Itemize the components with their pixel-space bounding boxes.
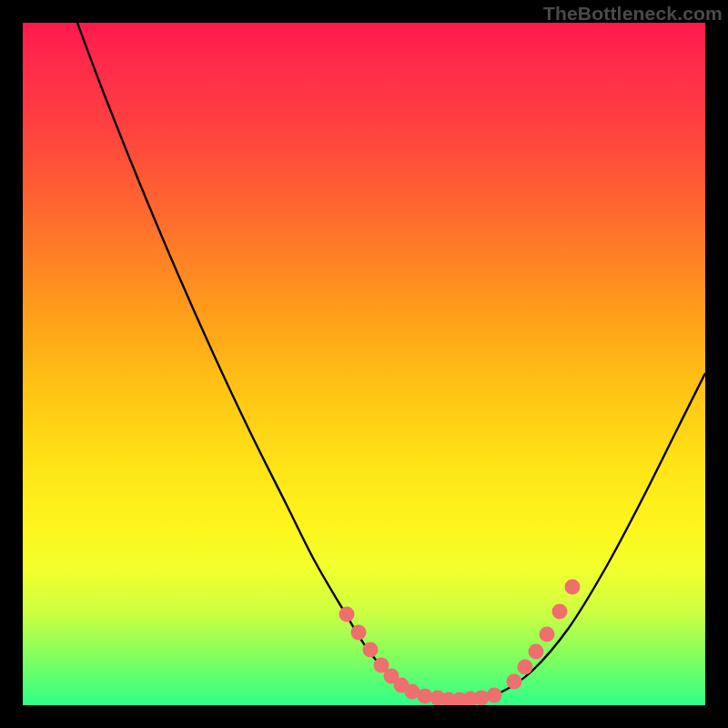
watermark-text: TheBottleneck.com	[543, 3, 723, 25]
chart-frame	[23, 23, 705, 705]
gradient-background	[23, 23, 705, 705]
